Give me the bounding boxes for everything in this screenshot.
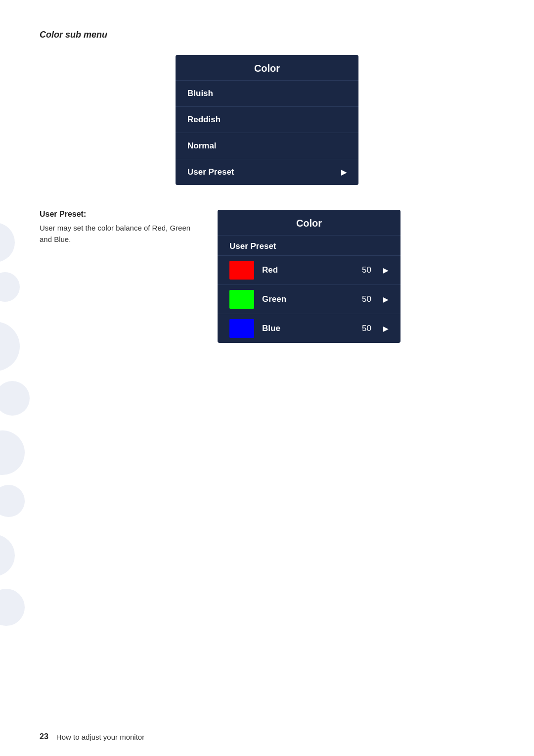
second-menu-wrapper: Color User Preset Red 50 ▶ Green 50 ▶ Bl… bbox=[218, 210, 494, 343]
footer-text: How to adjust your monitor bbox=[56, 733, 144, 741]
green-swatch bbox=[229, 290, 254, 309]
menu-item-normal[interactable]: Normal bbox=[176, 133, 358, 159]
deco-circle-4 bbox=[0, 381, 30, 416]
color-item-blue[interactable]: Blue 50 ▶ bbox=[218, 314, 400, 343]
description-section: User Preset: User may set the color bala… bbox=[40, 210, 494, 343]
second-menu-header: Color bbox=[218, 210, 400, 236]
green-value: 50 bbox=[362, 294, 371, 304]
first-menu-header: Color bbox=[176, 55, 358, 81]
second-menu-section-label: User Preset bbox=[218, 236, 400, 255]
red-arrow-icon: ▶ bbox=[383, 266, 389, 274]
first-menu-container: Color Bluish Reddish Normal User Preset … bbox=[40, 55, 494, 185]
page-content: Color sub menu Color Bluish Reddish Norm… bbox=[0, 0, 534, 382]
description-title: User Preset: bbox=[40, 210, 198, 219]
user-preset-arrow-icon: ▶ bbox=[341, 168, 347, 176]
first-color-menu: Color Bluish Reddish Normal User Preset … bbox=[176, 55, 358, 185]
red-swatch bbox=[229, 261, 254, 280]
deco-circle-6 bbox=[0, 485, 25, 517]
red-value: 50 bbox=[362, 265, 371, 275]
reddish-label: Reddish bbox=[187, 115, 221, 125]
deco-circle-5 bbox=[0, 430, 25, 475]
second-color-menu: Color User Preset Red 50 ▶ Green 50 ▶ Bl… bbox=[218, 210, 400, 343]
red-label: Red bbox=[262, 265, 354, 275]
deco-circle-8 bbox=[0, 589, 25, 626]
blue-swatch bbox=[229, 319, 254, 338]
green-arrow-icon: ▶ bbox=[383, 295, 389, 303]
page-footer: 23 How to adjust your monitor bbox=[40, 732, 144, 741]
bluish-label: Bluish bbox=[187, 89, 213, 98]
description-body: User may set the color balance of Red, G… bbox=[40, 223, 198, 245]
color-item-red[interactable]: Red 50 ▶ bbox=[218, 255, 400, 284]
section-title: Color sub menu bbox=[40, 30, 494, 40]
color-item-green[interactable]: Green 50 ▶ bbox=[218, 284, 400, 314]
blue-label: Blue bbox=[262, 324, 354, 333]
menu-item-bluish[interactable]: Bluish bbox=[176, 81, 358, 107]
description-text-block: User Preset: User may set the color bala… bbox=[40, 210, 198, 343]
user-preset-label: User Preset bbox=[187, 167, 234, 177]
green-label: Green bbox=[262, 294, 354, 304]
menu-item-reddish[interactable]: Reddish bbox=[176, 107, 358, 133]
page-number: 23 bbox=[40, 732, 48, 741]
deco-circle-7 bbox=[0, 534, 15, 576]
normal-label: Normal bbox=[187, 141, 217, 151]
blue-arrow-icon: ▶ bbox=[383, 325, 389, 332]
menu-item-user-preset[interactable]: User Preset ▶ bbox=[176, 159, 358, 185]
blue-value: 50 bbox=[362, 324, 371, 333]
